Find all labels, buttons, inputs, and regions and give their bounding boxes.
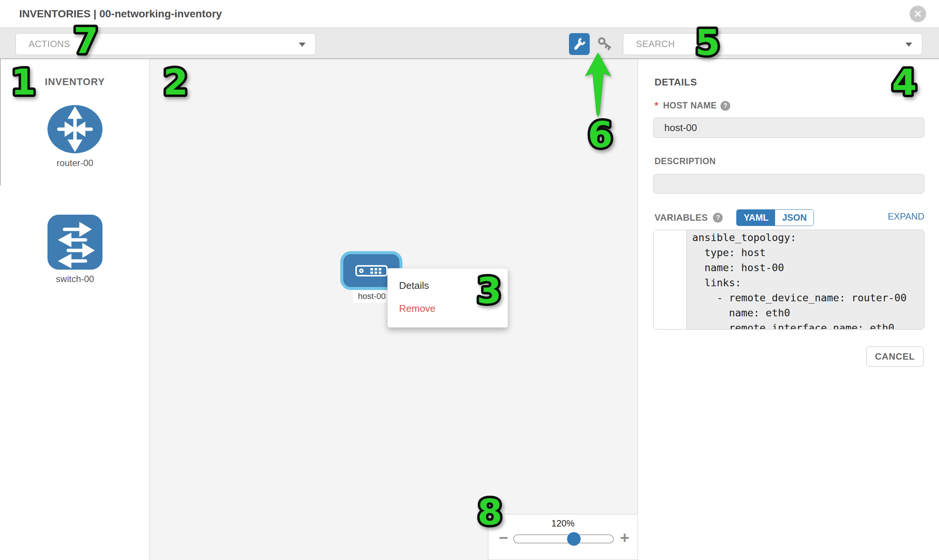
details-panel: DETAILS * HOST NAME ? host-00 DESCRIPTIO… (638, 59, 939, 560)
app-window: INVENTORIES | 00-networking-inventory ✕ … (0, 0, 939, 560)
required-asterisk: * (655, 100, 658, 111)
palette-item-router[interactable]: router-00 (37, 104, 113, 168)
device-label: switch-00 (37, 274, 113, 284)
help-icon[interactable]: ? (720, 101, 730, 111)
device-label: router-00 (37, 158, 113, 168)
host-name-value: host-00 (664, 122, 697, 134)
tab-json[interactable]: JSON (775, 210, 814, 226)
code-line: 7 remote_interface_name: eth0 (654, 320, 924, 329)
key-icon (597, 36, 613, 52)
cancel-button[interactable]: CANCEL (866, 346, 924, 367)
inventory-sidebar: INVENTORY router-00 (0, 59, 150, 560)
host-name-label-row: * HOST NAME ? (655, 100, 730, 111)
line-text: - remote_device_name: router-00 (687, 290, 907, 305)
zoom-slider-track[interactable] (513, 534, 614, 543)
code-line: 6 name: eth0 (654, 305, 924, 320)
expand-link[interactable]: EXPAND (888, 211, 924, 222)
description-label: DESCRIPTION (655, 156, 716, 166)
line-text: type: host (687, 245, 766, 260)
host-name-input[interactable]: host-00 (654, 117, 924, 138)
node-context-menu: Details Remove (387, 268, 508, 328)
description-input[interactable] (654, 174, 924, 194)
sidebar-scrollbar[interactable] (0, 59, 1, 185)
description-label-row: DESCRIPTION (655, 156, 716, 166)
zoom-level-value: 120% (488, 518, 638, 529)
editor-gutter (654, 230, 687, 329)
toolbar: ACTIONS SEARCH (0, 28, 939, 59)
page-title: INVENTORIES | 00-networking-inventory (19, 0, 222, 28)
help-icon[interactable]: ? (713, 213, 723, 223)
zoom-slider-thumb[interactable] (567, 532, 581, 546)
zoom-in-button[interactable]: + (620, 529, 629, 547)
host-icon (355, 265, 388, 277)
variables-label: VARIABLES (655, 212, 708, 223)
router-icon (47, 104, 103, 154)
code-line: 4 links: (654, 275, 924, 290)
context-menu-item-details[interactable]: Details (388, 277, 507, 294)
context-menu-item-remove[interactable]: Remove (388, 300, 507, 317)
chevron-down-icon (905, 43, 912, 47)
variables-row: VARIABLES ? YAML JSON (655, 209, 814, 226)
actions-dropdown-label: ACTIONS (29, 39, 70, 49)
topology-canvas[interactable]: host-00 Details Remove 120% − + (150, 59, 638, 560)
wrench-icon (573, 37, 586, 51)
search-dropdown[interactable]: SEARCH (623, 33, 922, 55)
code-line: 1 ansible_topology: (654, 230, 924, 245)
zoom-widget: 120% − + (488, 514, 638, 560)
tools-button[interactable] (569, 33, 590, 55)
line-text: remote_interface_name: eth0 (687, 320, 894, 329)
line-text: links: (687, 275, 741, 290)
zoom-out-button[interactable]: − (499, 529, 508, 547)
search-dropdown-label: SEARCH (636, 39, 675, 49)
line-text: name: eth0 (687, 305, 790, 320)
close-icon[interactable]: ✕ (910, 6, 926, 22)
switch-icon (47, 214, 103, 270)
variables-code-editor[interactable]: 1 ansible_topology: 2 type: host 3 name:… (654, 230, 924, 329)
credentials-key-button[interactable] (597, 36, 613, 52)
code-line: 2 type: host (654, 245, 924, 260)
host-node-label: host-00 (353, 290, 391, 303)
format-toggle: YAML JSON (736, 209, 814, 226)
actions-dropdown[interactable]: ACTIONS (15, 33, 316, 55)
tab-yaml[interactable]: YAML (737, 210, 775, 226)
code-line: 3 name: host-00 (654, 260, 924, 275)
header: INVENTORIES | 00-networking-inventory ✕ (0, 0, 939, 28)
line-text: ansible_topology: (687, 230, 796, 245)
line-text: name: host-00 (687, 260, 784, 275)
details-panel-title: DETAILS (655, 77, 697, 88)
chevron-down-icon (299, 43, 305, 47)
host-name-label: HOST NAME (663, 100, 717, 111)
palette-item-switch[interactable]: switch-00 (37, 214, 113, 284)
sidebar-title: INVENTORY (45, 76, 105, 88)
code-line: 5 - remote_device_name: router-00 (654, 290, 924, 305)
